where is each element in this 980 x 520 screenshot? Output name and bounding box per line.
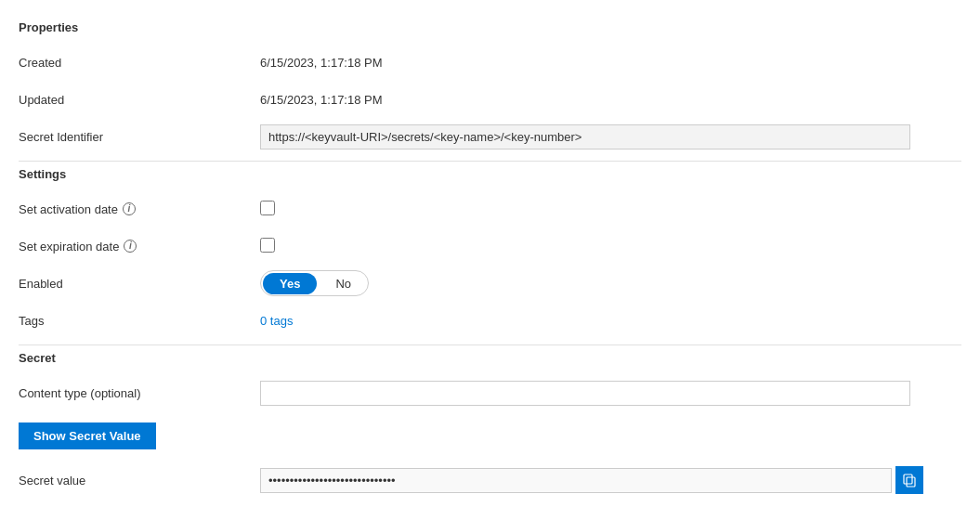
properties-title: Properties — [19, 20, 961, 34]
secret-section: Secret Content type (optional) Show Secr… — [19, 351, 961, 500]
enabled-row: Enabled Yes No — [19, 265, 961, 302]
secret-title: Secret — [19, 351, 961, 365]
enabled-toggle-container: Yes No — [260, 270, 961, 296]
secret-value-input[interactable] — [260, 468, 892, 493]
expiration-checkbox-container — [260, 238, 961, 255]
content-type-row: Content type (optional) — [19, 374, 961, 411]
expiration-info-icon: i — [124, 240, 137, 253]
tags-value: 0 tags — [260, 314, 961, 328]
secret-value-row: Secret value — [19, 461, 961, 500]
content-type-label: Content type (optional) — [19, 386, 260, 400]
content-type-input[interactable] — [260, 381, 910, 406]
secret-value-container — [260, 466, 961, 494]
activation-label: Set activation date i — [19, 202, 260, 216]
svg-rect-0 — [907, 477, 915, 487]
show-secret-row: Show Secret Value — [19, 411, 961, 461]
secret-identifier-value — [260, 124, 961, 150]
copy-icon — [902, 473, 917, 488]
settings-title: Settings — [19, 167, 961, 181]
properties-section: Properties Created 6/15/2023, 1:17:18 PM… — [19, 20, 961, 155]
secret-identifier-input[interactable] — [260, 124, 910, 150]
created-label: Created — [19, 56, 260, 70]
activation-info-icon: i — [123, 202, 136, 215]
created-value: 6/15/2023, 1:17:18 PM — [260, 56, 961, 70]
tags-link[interactable]: 0 tags — [260, 314, 293, 328]
tags-label: Tags — [19, 314, 260, 328]
divider-2 — [19, 344, 961, 345]
secret-identifier-label: Secret Identifier — [19, 130, 260, 144]
toggle-yes-option[interactable]: Yes — [263, 273, 317, 294]
toggle-no-option[interactable]: No — [319, 273, 368, 294]
expiration-row: Set expiration date i — [19, 228, 961, 265]
copy-secret-button[interactable] — [895, 466, 923, 494]
tags-row: Tags 0 tags — [19, 302, 961, 339]
secret-value-label: Secret value — [19, 474, 260, 488]
updated-row: Updated 6/15/2023, 1:17:18 PM — [19, 81, 961, 118]
activation-checkbox-container — [260, 201, 961, 218]
svg-rect-1 — [904, 474, 912, 484]
enabled-toggle[interactable]: Yes No — [260, 270, 369, 296]
content-type-input-container — [260, 381, 961, 406]
activation-checkbox[interactable] — [260, 201, 275, 215]
created-row: Created 6/15/2023, 1:17:18 PM — [19, 44, 961, 81]
updated-value: 6/15/2023, 1:17:18 PM — [260, 93, 961, 107]
activation-row: Set activation date i — [19, 190, 961, 228]
divider-1 — [19, 161, 961, 162]
updated-label: Updated — [19, 93, 260, 107]
enabled-label: Enabled — [19, 277, 260, 291]
settings-section: Settings Set activation date i Set expir… — [19, 167, 961, 339]
expiration-label: Set expiration date i — [19, 240, 260, 254]
secret-identifier-row: Secret Identifier — [19, 118, 961, 155]
show-secret-button[interactable]: Show Secret Value — [19, 422, 156, 449]
expiration-checkbox[interactable] — [260, 238, 275, 253]
